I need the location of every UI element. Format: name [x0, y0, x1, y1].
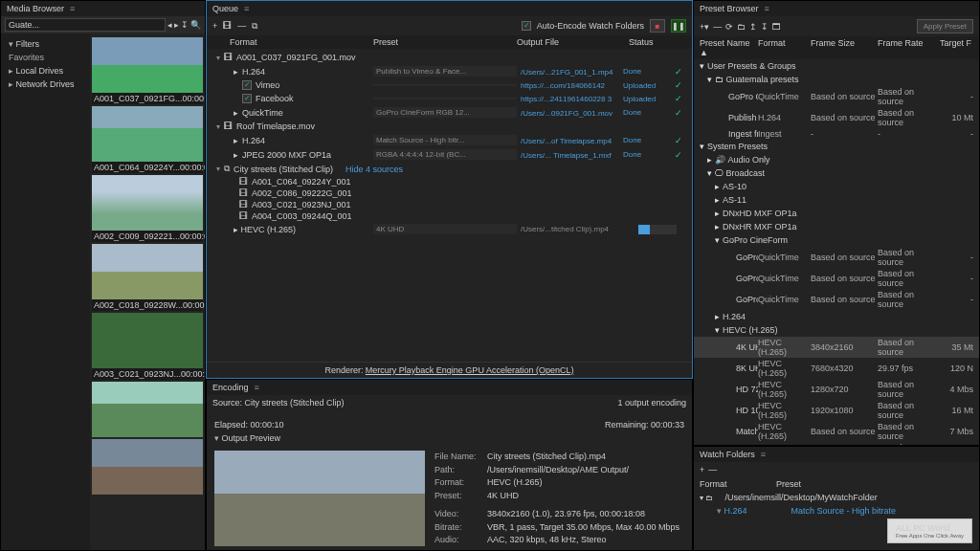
apply-preset-button[interactable]: Apply Preset [917, 19, 973, 33]
sidebar-favorites[interactable]: Favorites [3, 51, 88, 64]
preset-subgroup[interactable]: ▸ DNxHD MXF OP1a [694, 207, 979, 220]
output-link[interactable]: https://...com/184066142 [521, 81, 605, 90]
output-preview-toggle[interactable]: ▾ Output Preview [207, 431, 692, 445]
preset-row[interactable]: GoPro CineForm RGB 12-bit with alphaQuic… [694, 247, 979, 268]
panel-menu-icon[interactable]: ≡ [255, 383, 259, 392]
panel-menu-icon[interactable]: ≡ [70, 4, 75, 13]
preset-subgroup[interactable]: ▸ DNxHR MXF OP1a [694, 220, 979, 233]
publish-checkbox[interactable] [242, 80, 252, 90]
new-group-icon[interactable]: 🗀 [737, 22, 746, 32]
preset-group-gopro[interactable]: ▾ GoPro CineForm [694, 233, 979, 247]
preset-subgroup[interactable]: ▸ AS-10 [694, 180, 979, 193]
panel-menu-icon[interactable]: ≡ [244, 4, 249, 13]
queue-output-row[interactable]: Facebookhttps://...2411961460228 3Upload… [207, 92, 692, 105]
header-preset[interactable]: Preset [776, 479, 973, 489]
import-preset-icon[interactable]: ↥ [749, 22, 757, 32]
media-path-dropdown[interactable]: Guate... [5, 18, 166, 32]
queue-output-row[interactable]: ▸ H.264Publish to Vimeo & Face.../Users/… [207, 64, 692, 78]
panel-menu-icon[interactable]: ≡ [765, 4, 769, 13]
preset-row[interactable]: GoPro CineForm RGB 12-bit with alpha(...… [694, 268, 979, 289]
remove-preset-icon[interactable]: — [713, 22, 722, 32]
preset-group-hevc[interactable]: ▾ HEVC (H.265) [694, 323, 979, 337]
add-source-icon[interactable]: + [212, 21, 217, 31]
output-link[interactable]: /Users/...0921FG_001.mov [521, 109, 612, 118]
watch-folder-row[interactable]: ▾ 🗀 /Users/inemsill/Desktop/MyWatchFolde… [694, 491, 979, 504]
sidebar-network-drives[interactable]: ▸ Network Drives [3, 77, 88, 91]
media-clip[interactable]: A003_C021_0923NJ...00:00:00:01 [92, 313, 203, 380]
renderer-dropdown[interactable]: Mercury Playback Engine GPU Acceleration… [366, 365, 574, 375]
preset-group-h264[interactable]: ▸ H.264 [694, 310, 979, 323]
stop-queue-button[interactable]: ■ [650, 19, 665, 33]
queue-output-row[interactable]: ▸ QuickTimeGoPro CineForm RGB 12.../User… [207, 105, 692, 120]
header-target[interactable]: Target F [940, 38, 973, 57]
forward-icon[interactable]: ▸ [174, 20, 179, 30]
watch-output-row[interactable]: ▾ H.264 Match Source - High bitrate [694, 504, 979, 518]
queue-output-row[interactable]: Vimeohttps://...com/184066142Uploaded✓ [207, 78, 692, 92]
queue-source-group[interactable]: ▾⧉ City streets (Stitched Clip) Hide 4 s… [207, 162, 692, 176]
add-watch-icon[interactable]: + [700, 465, 704, 474]
media-clip[interactable]: A002_C009_092221...00:00:01:04 [92, 175, 203, 242]
caret-down-icon[interactable]: ▾ [216, 165, 220, 173]
stitched-source-item[interactable]: 🎞 A002_C086_09222G_001 [234, 187, 692, 199]
header-preset-name[interactable]: Preset Name ▲ [700, 38, 758, 57]
start-queue-button[interactable]: ❚❚ [671, 19, 686, 33]
header-format[interactable]: Format [700, 479, 776, 489]
preset-row[interactable]: Match Source - High BitrateHEVC (H.265)B… [694, 421, 979, 442]
preset-row[interactable]: HD 720pHEVC (H.265)1280x720Based on sour… [694, 379, 979, 400]
publish-checkbox[interactable] [242, 94, 252, 103]
preset-row[interactable]: GoPro CineForm YUV 10-bitQuickTimeBased … [694, 289, 979, 310]
preset-group-user[interactable]: ▾ User Presets & Groups [694, 59, 979, 73]
stitched-source-item[interactable]: 🎞 A004_C003_09244Q_001 [234, 210, 692, 222]
queue-source-group[interactable]: ▾🎞 Roof Timelapse.mov [207, 120, 692, 133]
header-status[interactable]: Status [629, 37, 686, 47]
media-clip[interactable]: A001_C037_0921FG...00:00:06:13 [92, 37, 203, 104]
export-preset-icon[interactable]: ↧ [761, 22, 768, 32]
caret-down-icon[interactable]: ▾ [216, 122, 220, 131]
preset-row[interactable]: SD 480pHEVC (H.265)640x480Based on sourc… [694, 442, 979, 445]
media-clip[interactable]: A002_C018_09228W...00:00:08:13 [92, 244, 203, 311]
sidebar-local-drives[interactable]: ▸ Local Drives [3, 64, 88, 77]
queue-output-row[interactable]: ▸ JPEG 2000 MXF OP1aRGBA 4:4:4:4 12-bit … [207, 147, 692, 162]
panel-menu-icon[interactable]: ≡ [761, 450, 766, 459]
back-icon[interactable]: ◂ [167, 20, 172, 30]
duplicate-icon[interactable]: ⧉ [252, 21, 257, 32]
output-link[interactable]: /Users/... Timelapse_1.mxf [521, 151, 612, 160]
queue-output-row[interactable]: ▸ H.264Match Source - High bitr.../Users… [207, 133, 692, 147]
header-frame-size[interactable]: Frame Size [811, 38, 878, 57]
remove-watch-icon[interactable]: — [708, 465, 717, 474]
preset-row[interactable]: Publish to Vimeo & FacebookH.264Based on… [694, 107, 979, 128]
stitched-source-item[interactable]: 🎞 A001_C064_09224Y_001 [234, 176, 692, 187]
header-preset[interactable]: Preset [373, 37, 517, 47]
remove-icon[interactable]: — [237, 21, 246, 31]
header-format[interactable]: Format [758, 38, 811, 57]
caret-down-icon[interactable]: ▾ [216, 54, 220, 62]
media-clip[interactable] [92, 439, 203, 495]
add-preset-icon[interactable]: +▾ [700, 22, 709, 32]
media-clip[interactable]: A001_C064_09224Y...00:00:04:08 [92, 106, 203, 173]
add-output-icon[interactable]: 🎞 [223, 21, 232, 31]
search-icon[interactable]: 🔍 [190, 20, 201, 30]
preset-group-audio-only[interactable]: ▸ 🔊 Audio Only [694, 153, 979, 166]
hide-sources-link[interactable]: Hide 4 sources [345, 165, 403, 174]
filters-heading[interactable]: ▾ Filters [3, 37, 88, 51]
header-output[interactable]: Output File [517, 37, 629, 47]
stitched-source-item[interactable]: 🎞 A003_C021_0923NJ_001 [234, 199, 692, 210]
queue-encoding-row[interactable]: ▸ HEVC (H.265) 4K UHD /Users/...titched … [207, 222, 692, 236]
preset-row[interactable]: HD 1080pHEVC (H.265)1920x1080Based on so… [694, 400, 979, 421]
preset-group-system[interactable]: ▾ System Presets [694, 140, 979, 153]
header-format[interactable]: Format [230, 37, 373, 47]
settings-icon[interactable]: 🗔 [772, 22, 781, 32]
preset-row[interactable]: 8K UHDHEVC (H.265)7680x432029.97 fps120 … [694, 358, 979, 379]
preset-group-broadcast[interactable]: ▾ 🖵 Broadcast [694, 166, 979, 180]
preset-group-guatemala[interactable]: ▾ 🗀 Guatemala presets [694, 73, 979, 86]
output-link[interactable]: /Users/...of Timelapse.mp4 [521, 137, 612, 145]
sync-icon[interactable]: ⟳ [725, 22, 733, 32]
output-link[interactable]: /Users/...21FG_001_1.mp4 [521, 68, 613, 77]
auto-encode-checkbox[interactable] [522, 21, 531, 31]
import-icon[interactable]: ↧ [181, 20, 189, 30]
preset-row-selected[interactable]: 4K UHDHEVC (H.265)3840x2160Based on sour… [694, 337, 979, 358]
preset-row[interactable]: GoPro CineForm RGB 12-bit with alpha (Al… [694, 86, 979, 107]
queue-source-group[interactable]: ▾🎞 A001_C037_0921FG_001.mov [207, 51, 692, 64]
header-frame-rate[interactable]: Frame Rate [878, 38, 940, 57]
output-link[interactable]: https://...2411961460228 3 [521, 95, 612, 103]
